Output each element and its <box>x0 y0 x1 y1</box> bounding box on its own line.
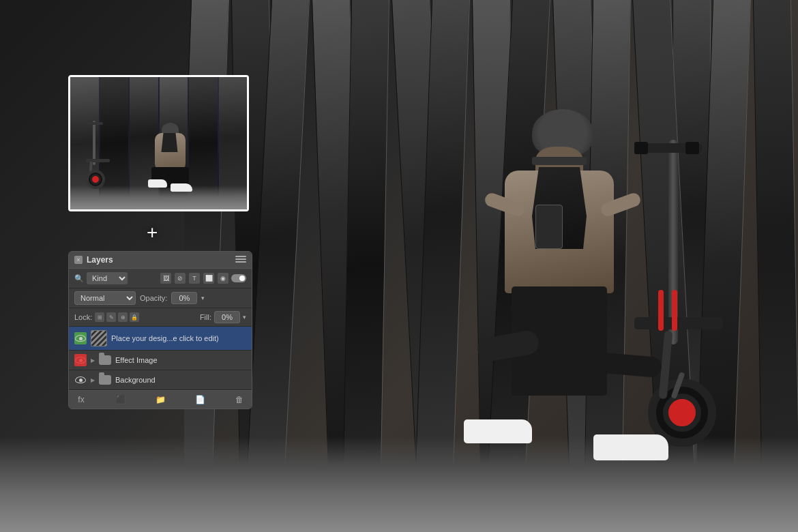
filter-smart-icon[interactable]: ◉ <box>218 273 228 284</box>
layer-expand-effect[interactable]: ▶ <box>91 357 95 364</box>
layers-panel: × Layers 🔍 Kind Name Effect Mode 🖼 ⊘ T ⬜… <box>68 251 252 409</box>
layer-name-background: Background <box>115 376 246 384</box>
lock-transparency-icon[interactable]: ⊞ <box>95 312 104 322</box>
filter-type-icon[interactable]: T <box>189 273 200 284</box>
add-group-button[interactable]: 📁 <box>155 394 166 405</box>
plus-sign: + <box>147 222 158 243</box>
fill-chevron-icon: ▾ <box>243 314 246 321</box>
layer-thumb-design <box>91 330 107 346</box>
layers-footer: fx ⬛ 📁 📄 🗑 <box>69 390 252 409</box>
layer-folder-background-icon <box>99 375 111 385</box>
eye-icon-effect <box>75 357 86 364</box>
person-figure <box>457 109 675 464</box>
fill-value[interactable]: 0% <box>214 311 240 323</box>
filter-kind-select[interactable]: Kind Name Effect Mode <box>87 272 128 284</box>
layers-panel-title: Layers <box>87 255 113 265</box>
layer-effect-row[interactable]: ▶ Effect Image <box>69 351 252 370</box>
layers-menu-button[interactable] <box>235 256 246 264</box>
layer-visibility-effect[interactable] <box>74 354 87 366</box>
lock-position-icon[interactable]: ⊕ <box>118 312 128 322</box>
filter-adjustment-icon[interactable]: ⊘ <box>175 273 186 284</box>
blend-mode-row: Normal Multiply Screen Overlay Opacity: … <box>69 289 252 308</box>
lock-label: Lock: <box>74 313 92 321</box>
add-fx-button[interactable]: fx <box>76 394 87 405</box>
fill-label: Fill: <box>200 313 211 321</box>
layer-folder-effect-icon <box>99 355 111 365</box>
search-icon: 🔍 <box>74 274 84 283</box>
layer-expand-background[interactable]: ▶ <box>91 377 95 383</box>
lock-pixels-icon[interactable]: ✎ <box>106 312 116 322</box>
delete-layer-button[interactable]: 🗑 <box>234 394 245 405</box>
layers-close-button[interactable]: × <box>74 256 83 264</box>
opacity-label: Opacity: <box>140 294 167 302</box>
layer-name-design: Place your desig...e click to edit) <box>111 334 246 342</box>
filter-pixel-icon[interactable]: 🖼 <box>160 273 171 284</box>
eye-icon-design <box>75 335 86 342</box>
filter-icons: 🖼 ⊘ T ⬜ ◉ <box>160 273 228 284</box>
layer-name-effect: Effect Image <box>115 356 246 364</box>
layer-background-row[interactable]: ▶ Background <box>69 370 252 390</box>
eye-icon-background <box>75 376 86 383</box>
layer-visibility-design[interactable] <box>74 332 87 344</box>
opacity-value[interactable]: 0% <box>171 292 197 304</box>
filter-toggle[interactable] <box>231 274 246 282</box>
blend-mode-select[interactable]: Normal Multiply Screen Overlay <box>74 291 136 305</box>
lock-all-icon[interactable]: 🔒 <box>130 312 139 322</box>
add-adjustment-button[interactable]: ⬛ <box>115 394 126 405</box>
filter-shape-icon[interactable]: ⬜ <box>203 273 214 284</box>
preview-image <box>70 77 247 209</box>
layer-visibility-background[interactable] <box>74 374 87 386</box>
preview-panel <box>68 75 249 211</box>
lock-icons: ⊞ ✎ ⊕ 🔒 <box>95 312 139 322</box>
lock-row: Lock: ⊞ ✎ ⊕ 🔒 Fill: 0% ▾ <box>69 308 252 327</box>
layers-panel-header: × Layers <box>69 252 252 269</box>
layer-design-row[interactable]: Place your desig...e click to edit) <box>69 327 252 351</box>
layers-filter-row: 🔍 Kind Name Effect Mode 🖼 ⊘ T ⬜ ◉ <box>69 269 252 289</box>
opacity-chevron-icon: ▾ <box>201 295 205 301</box>
add-layer-button[interactable]: 📄 <box>194 394 205 405</box>
